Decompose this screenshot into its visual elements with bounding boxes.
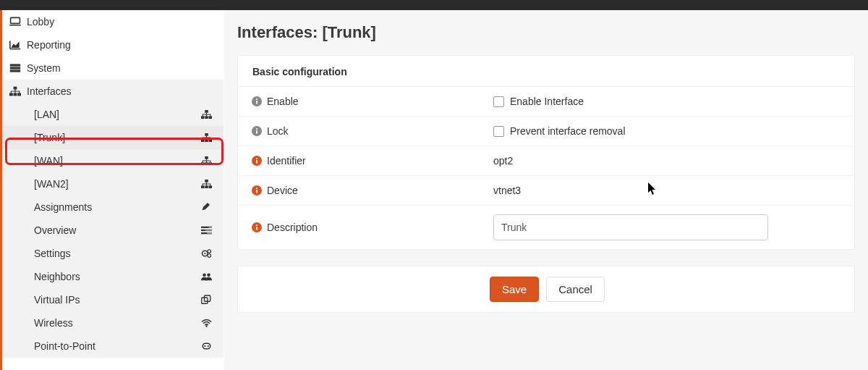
server-icon [9, 63, 27, 73]
row-identifier: Identifier opt2 [238, 146, 854, 176]
svg-rect-10 [205, 110, 208, 113]
svg-rect-41 [203, 343, 210, 349]
sidebar-item-label: Lobby [27, 16, 215, 28]
row-lock: Lock Prevent interface removal [238, 117, 854, 146]
users-icon [199, 272, 213, 282]
svg-rect-20 [205, 162, 208, 165]
svg-rect-4 [10, 67, 20, 69]
sidebar-subitem-label: Neighbors [34, 271, 199, 282]
svg-rect-17 [208, 139, 212, 142]
svg-rect-45 [256, 101, 258, 104]
svg-rect-1 [9, 25, 21, 26]
info-icon[interactable] [251, 222, 263, 233]
top-bar [0, 0, 868, 10]
enable-checkbox[interactable] [493, 96, 504, 107]
svg-rect-12 [205, 116, 208, 119]
sidebar-subitem-virtual-ips[interactable]: Virtual IPs [2, 288, 224, 311]
sidebar-subitem-neighbors[interactable]: Neighbors [2, 265, 224, 288]
sidebar-subitem-label: [LAN] [34, 109, 199, 120]
svg-rect-55 [256, 188, 258, 189]
sidebar-subitem-wireless[interactable]: Wireless [2, 311, 224, 335]
svg-rect-30 [205, 230, 212, 231]
row-enable: Enable Enable Interface [238, 87, 854, 117]
clone-icon [199, 295, 213, 305]
sidebar: Lobby Reporting System Interfaces [0, 10, 224, 370]
svg-rect-57 [256, 227, 258, 230]
value-lock: Prevent interface removal [493, 125, 841, 137]
cancel-button[interactable]: Cancel [546, 277, 605, 302]
svg-rect-54 [256, 190, 258, 193]
save-button[interactable]: Save [490, 277, 539, 302]
laptop-icon [9, 17, 27, 27]
svg-rect-25 [208, 185, 212, 188]
value-enable: Enable Interface [493, 96, 841, 107]
sidebar-subitem-wan[interactable]: [WAN] [2, 149, 224, 172]
sidebar-subitem-lan[interactable]: [LAN] [2, 103, 224, 126]
lock-checkbox-label: Prevent interface removal [510, 125, 626, 137]
svg-rect-16 [205, 139, 208, 142]
description-input[interactable] [493, 214, 768, 240]
svg-rect-15 [201, 139, 205, 142]
lock-checkbox[interactable] [493, 126, 504, 137]
svg-point-43 [207, 345, 208, 347]
cogs-icon [199, 248, 213, 258]
sidebar-item-label: Reporting [27, 39, 215, 51]
sidebar-subitem-label: [WAN2] [34, 178, 199, 190]
sidebar-subitem-wan2[interactable]: [WAN2] [2, 172, 224, 195]
area-chart-icon [9, 40, 27, 50]
sitemap-icon [199, 109, 213, 119]
svg-point-40 [205, 325, 207, 327]
value-identifier: opt2 [493, 155, 841, 167]
svg-rect-13 [208, 116, 212, 119]
pencil-icon [199, 202, 213, 212]
page-title: Interfaces: [Trunk] [237, 23, 855, 42]
row-description: Description [238, 206, 854, 249]
tasks-icon [199, 225, 213, 235]
sidebar-subitem-overview[interactable]: Overview [2, 219, 224, 242]
sidebar-subitem-assignments[interactable]: Assignments [2, 195, 224, 219]
svg-rect-31 [207, 232, 212, 234]
sidebar-subitem-point-to-point[interactable]: Point-to-Point [2, 335, 224, 358]
sidebar-item-label: Interfaces [27, 85, 215, 97]
info-icon[interactable] [251, 155, 263, 167]
sidebar-item-interfaces[interactable]: Interfaces [2, 80, 224, 103]
svg-rect-48 [256, 130, 258, 133]
svg-rect-52 [256, 158, 258, 159]
sidebar-subitem-label: [WAN] [34, 155, 199, 167]
basic-config-panel: Basic configuration Enable Enable Interf… [237, 55, 855, 250]
sidebar-subitem-trunk[interactable]: [Trunk] [2, 126, 224, 149]
row-device: Device vtnet3 [238, 176, 854, 206]
svg-rect-7 [9, 93, 13, 96]
phone-icon [199, 341, 213, 351]
enable-checkbox-label: Enable Interface [510, 96, 584, 107]
label-lock: Lock [251, 125, 493, 137]
svg-point-36 [203, 274, 206, 277]
svg-point-34 [208, 250, 211, 253]
svg-rect-0 [11, 17, 20, 23]
app-shell: Lobby Reporting System Interfaces [0, 10, 868, 370]
svg-point-35 [208, 254, 211, 258]
svg-rect-58 [256, 224, 258, 226]
svg-rect-19 [201, 162, 205, 165]
svg-rect-46 [256, 98, 258, 100]
svg-rect-24 [205, 185, 208, 188]
sitemap-icon [199, 133, 213, 143]
sidebar-item-lobby[interactable]: Lobby [2, 10, 224, 33]
sitemap-icon [9, 86, 27, 96]
svg-rect-23 [201, 185, 205, 188]
info-icon[interactable] [251, 185, 263, 196]
sidebar-submenu-interfaces: [LAN][Trunk][WAN][WAN2]AssignmentsOvervi… [2, 103, 224, 358]
svg-rect-18 [205, 156, 208, 159]
info-icon[interactable] [251, 125, 263, 137]
sidebar-subitem-settings[interactable]: Settings [2, 242, 224, 265]
sidebar-subitem-label: Virtual IPs [34, 294, 199, 306]
sitemap-icon [199, 156, 213, 166]
main-content: Interfaces: [Trunk] Basic configuration … [224, 10, 868, 370]
svg-marker-2 [11, 41, 19, 48]
label-device: Device [251, 185, 493, 196]
svg-rect-21 [208, 162, 212, 165]
sidebar-item-system[interactable]: System [2, 56, 224, 80]
svg-rect-29 [208, 227, 212, 228]
sidebar-item-reporting[interactable]: Reporting [2, 33, 224, 56]
info-icon[interactable] [251, 96, 263, 107]
